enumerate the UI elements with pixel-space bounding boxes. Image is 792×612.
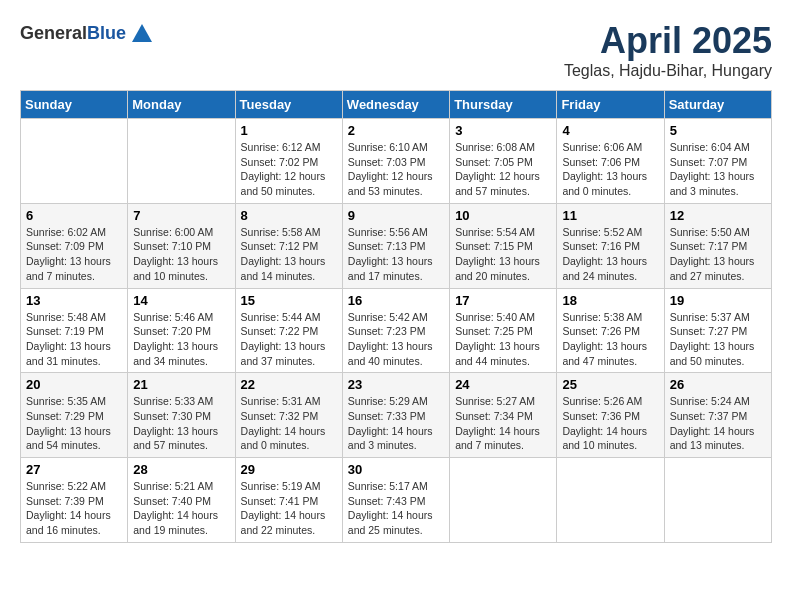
calendar-cell: 16Sunrise: 5:42 AM Sunset: 7:23 PM Dayli… xyxy=(342,288,449,373)
header: GeneralBlue April 2025 Teglas, Hajdu-Bih… xyxy=(20,20,772,80)
day-info: Sunrise: 5:27 AM Sunset: 7:34 PM Dayligh… xyxy=(455,394,551,453)
title-area: April 2025 Teglas, Hajdu-Bihar, Hungary xyxy=(564,20,772,80)
day-number: 13 xyxy=(26,293,122,308)
day-info: Sunrise: 5:48 AM Sunset: 7:19 PM Dayligh… xyxy=(26,310,122,369)
svg-marker-0 xyxy=(132,24,152,42)
calendar-cell: 2Sunrise: 6:10 AM Sunset: 7:03 PM Daylig… xyxy=(342,119,449,204)
day-info: Sunrise: 6:02 AM Sunset: 7:09 PM Dayligh… xyxy=(26,225,122,284)
day-info: Sunrise: 6:12 AM Sunset: 7:02 PM Dayligh… xyxy=(241,140,337,199)
weekday-header-saturday: Saturday xyxy=(664,91,771,119)
day-info: Sunrise: 5:29 AM Sunset: 7:33 PM Dayligh… xyxy=(348,394,444,453)
day-info: Sunrise: 5:19 AM Sunset: 7:41 PM Dayligh… xyxy=(241,479,337,538)
calendar-cell: 9Sunrise: 5:56 AM Sunset: 7:13 PM Daylig… xyxy=(342,203,449,288)
day-number: 16 xyxy=(348,293,444,308)
day-number: 5 xyxy=(670,123,766,138)
day-info: Sunrise: 5:26 AM Sunset: 7:36 PM Dayligh… xyxy=(562,394,658,453)
day-info: Sunrise: 5:44 AM Sunset: 7:22 PM Dayligh… xyxy=(241,310,337,369)
day-number: 2 xyxy=(348,123,444,138)
day-info: Sunrise: 6:10 AM Sunset: 7:03 PM Dayligh… xyxy=(348,140,444,199)
day-number: 15 xyxy=(241,293,337,308)
calendar-cell: 11Sunrise: 5:52 AM Sunset: 7:16 PM Dayli… xyxy=(557,203,664,288)
day-number: 4 xyxy=(562,123,658,138)
calendar-cell: 24Sunrise: 5:27 AM Sunset: 7:34 PM Dayli… xyxy=(450,373,557,458)
logo-icon xyxy=(128,20,156,48)
day-info: Sunrise: 5:33 AM Sunset: 7:30 PM Dayligh… xyxy=(133,394,229,453)
day-info: Sunrise: 5:17 AM Sunset: 7:43 PM Dayligh… xyxy=(348,479,444,538)
day-info: Sunrise: 6:04 AM Sunset: 7:07 PM Dayligh… xyxy=(670,140,766,199)
day-number: 22 xyxy=(241,377,337,392)
calendar-cell xyxy=(664,458,771,543)
calendar-cell: 14Sunrise: 5:46 AM Sunset: 7:20 PM Dayli… xyxy=(128,288,235,373)
calendar-cell: 27Sunrise: 5:22 AM Sunset: 7:39 PM Dayli… xyxy=(21,458,128,543)
weekday-header-tuesday: Tuesday xyxy=(235,91,342,119)
day-number: 7 xyxy=(133,208,229,223)
day-info: Sunrise: 5:52 AM Sunset: 7:16 PM Dayligh… xyxy=(562,225,658,284)
calendar-cell: 6Sunrise: 6:02 AM Sunset: 7:09 PM Daylig… xyxy=(21,203,128,288)
day-info: Sunrise: 5:40 AM Sunset: 7:25 PM Dayligh… xyxy=(455,310,551,369)
calendar-cell: 10Sunrise: 5:54 AM Sunset: 7:15 PM Dayli… xyxy=(450,203,557,288)
day-number: 23 xyxy=(348,377,444,392)
day-info: Sunrise: 5:37 AM Sunset: 7:27 PM Dayligh… xyxy=(670,310,766,369)
month-title: April 2025 xyxy=(564,20,772,62)
day-info: Sunrise: 5:31 AM Sunset: 7:32 PM Dayligh… xyxy=(241,394,337,453)
calendar-week-row: 6Sunrise: 6:02 AM Sunset: 7:09 PM Daylig… xyxy=(21,203,772,288)
calendar-week-row: 1Sunrise: 6:12 AM Sunset: 7:02 PM Daylig… xyxy=(21,119,772,204)
calendar-cell: 29Sunrise: 5:19 AM Sunset: 7:41 PM Dayli… xyxy=(235,458,342,543)
calendar-cell: 15Sunrise: 5:44 AM Sunset: 7:22 PM Dayli… xyxy=(235,288,342,373)
weekday-header-thursday: Thursday xyxy=(450,91,557,119)
day-number: 30 xyxy=(348,462,444,477)
calendar-cell: 26Sunrise: 5:24 AM Sunset: 7:37 PM Dayli… xyxy=(664,373,771,458)
calendar-cell: 7Sunrise: 6:00 AM Sunset: 7:10 PM Daylig… xyxy=(128,203,235,288)
calendar-cell xyxy=(450,458,557,543)
calendar-cell: 18Sunrise: 5:38 AM Sunset: 7:26 PM Dayli… xyxy=(557,288,664,373)
calendar-cell: 3Sunrise: 6:08 AM Sunset: 7:05 PM Daylig… xyxy=(450,119,557,204)
day-number: 24 xyxy=(455,377,551,392)
calendar-week-row: 13Sunrise: 5:48 AM Sunset: 7:19 PM Dayli… xyxy=(21,288,772,373)
day-number: 6 xyxy=(26,208,122,223)
day-info: Sunrise: 5:54 AM Sunset: 7:15 PM Dayligh… xyxy=(455,225,551,284)
day-number: 27 xyxy=(26,462,122,477)
logo-blue-text: Blue xyxy=(87,23,126,43)
day-number: 28 xyxy=(133,462,229,477)
day-number: 29 xyxy=(241,462,337,477)
day-number: 11 xyxy=(562,208,658,223)
weekday-header-monday: Monday xyxy=(128,91,235,119)
calendar-cell: 8Sunrise: 5:58 AM Sunset: 7:12 PM Daylig… xyxy=(235,203,342,288)
calendar-cell xyxy=(557,458,664,543)
day-number: 17 xyxy=(455,293,551,308)
calendar-cell xyxy=(21,119,128,204)
calendar-cell: 4Sunrise: 6:06 AM Sunset: 7:06 PM Daylig… xyxy=(557,119,664,204)
day-info: Sunrise: 5:58 AM Sunset: 7:12 PM Dayligh… xyxy=(241,225,337,284)
day-number: 10 xyxy=(455,208,551,223)
calendar-cell: 12Sunrise: 5:50 AM Sunset: 7:17 PM Dayli… xyxy=(664,203,771,288)
day-info: Sunrise: 5:42 AM Sunset: 7:23 PM Dayligh… xyxy=(348,310,444,369)
day-number: 12 xyxy=(670,208,766,223)
calendar-cell: 22Sunrise: 5:31 AM Sunset: 7:32 PM Dayli… xyxy=(235,373,342,458)
day-info: Sunrise: 6:06 AM Sunset: 7:06 PM Dayligh… xyxy=(562,140,658,199)
day-number: 20 xyxy=(26,377,122,392)
day-info: Sunrise: 5:35 AM Sunset: 7:29 PM Dayligh… xyxy=(26,394,122,453)
calendar-cell: 17Sunrise: 5:40 AM Sunset: 7:25 PM Dayli… xyxy=(450,288,557,373)
weekday-header-friday: Friday xyxy=(557,91,664,119)
calendar-cell: 13Sunrise: 5:48 AM Sunset: 7:19 PM Dayli… xyxy=(21,288,128,373)
day-info: Sunrise: 6:08 AM Sunset: 7:05 PM Dayligh… xyxy=(455,140,551,199)
day-info: Sunrise: 5:22 AM Sunset: 7:39 PM Dayligh… xyxy=(26,479,122,538)
day-number: 8 xyxy=(241,208,337,223)
day-info: Sunrise: 5:46 AM Sunset: 7:20 PM Dayligh… xyxy=(133,310,229,369)
calendar-cell xyxy=(128,119,235,204)
day-number: 3 xyxy=(455,123,551,138)
calendar-cell: 5Sunrise: 6:04 AM Sunset: 7:07 PM Daylig… xyxy=(664,119,771,204)
day-number: 26 xyxy=(670,377,766,392)
calendar-cell: 20Sunrise: 5:35 AM Sunset: 7:29 PM Dayli… xyxy=(21,373,128,458)
day-info: Sunrise: 5:38 AM Sunset: 7:26 PM Dayligh… xyxy=(562,310,658,369)
day-number: 1 xyxy=(241,123,337,138)
day-number: 25 xyxy=(562,377,658,392)
weekday-header-wednesday: Wednesday xyxy=(342,91,449,119)
day-info: Sunrise: 5:50 AM Sunset: 7:17 PM Dayligh… xyxy=(670,225,766,284)
logo-general-text: General xyxy=(20,23,87,43)
day-number: 19 xyxy=(670,293,766,308)
calendar-cell: 23Sunrise: 5:29 AM Sunset: 7:33 PM Dayli… xyxy=(342,373,449,458)
logo: GeneralBlue xyxy=(20,20,156,48)
calendar-week-row: 20Sunrise: 5:35 AM Sunset: 7:29 PM Dayli… xyxy=(21,373,772,458)
day-number: 18 xyxy=(562,293,658,308)
